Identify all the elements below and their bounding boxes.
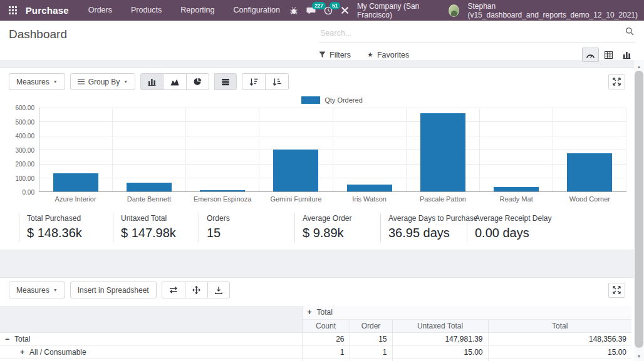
chart-bar[interactable] bbox=[273, 150, 318, 192]
search-input[interactable] bbox=[320, 29, 621, 38]
row-header[interactable]: +All / Saleable / Office Furniture bbox=[0, 358, 302, 361]
flip-axis-button[interactable] bbox=[162, 282, 185, 298]
chart-bar[interactable] bbox=[567, 153, 612, 191]
top-navbar: Purchase Orders Products Reporting Confi… bbox=[0, 0, 644, 21]
menu-configuration[interactable]: Configuration bbox=[224, 0, 289, 21]
chart-bar[interactable] bbox=[494, 187, 539, 191]
graph-card: Measures ▼ Group By ▼ bbox=[0, 68, 634, 250]
cell-untaxed-total[interactable]: 147,576.52 bbox=[392, 358, 488, 361]
user-avatar[interactable] bbox=[449, 4, 459, 17]
search-icon[interactable] bbox=[625, 27, 634, 36]
menu-orders[interactable]: Orders bbox=[79, 0, 122, 21]
kpi-label: Untaxed Total bbox=[121, 214, 195, 223]
graph-expand-button[interactable] bbox=[608, 74, 625, 89]
graph-measures-button[interactable]: Measures ▼ bbox=[9, 73, 65, 90]
chart-type-pie-button[interactable] bbox=[186, 73, 209, 90]
user-menu[interactable]: Stephan (v15_dashboard_and_reports_demo_… bbox=[467, 2, 638, 19]
cell-total[interactable]: 148,356.39 bbox=[488, 332, 631, 345]
col-header-order[interactable]: Order bbox=[350, 319, 392, 332]
menu-products[interactable]: Products bbox=[122, 0, 171, 21]
chart-column bbox=[333, 108, 407, 191]
stacked-toggle-button[interactable] bbox=[214, 73, 237, 90]
chart-bar[interactable] bbox=[127, 183, 172, 191]
col-group-label: Total bbox=[317, 308, 333, 317]
cell-order[interactable]: 15 bbox=[350, 332, 392, 345]
chart-column bbox=[407, 108, 480, 191]
activities-count-badge: 51 bbox=[330, 2, 340, 10]
cell-untaxed-total[interactable]: 147,981.39 bbox=[392, 332, 488, 345]
chart-bar[interactable] bbox=[53, 173, 98, 191]
scrollbar-thumb[interactable] bbox=[635, 71, 643, 348]
scroll-up-arrow-icon[interactable]: ▲ bbox=[634, 61, 644, 71]
breadcrumb: Dashboard bbox=[9, 28, 67, 60]
cell-total[interactable]: 147,951.52 bbox=[488, 358, 631, 361]
chart-bar[interactable] bbox=[420, 113, 465, 191]
chart-bar[interactable] bbox=[347, 185, 392, 191]
plus-icon[interactable]: + bbox=[308, 308, 317, 317]
col-header-count[interactable]: Count bbox=[302, 319, 350, 332]
cell-total[interactable]: 15.00 bbox=[488, 345, 631, 358]
expand-all-button[interactable] bbox=[185, 282, 208, 298]
chart-type-line-button[interactable] bbox=[163, 73, 187, 90]
y-tick: 600.00 bbox=[15, 104, 34, 111]
col-header-total[interactable]: Total bbox=[488, 319, 631, 332]
legend-swatch bbox=[301, 96, 320, 104]
chevron-down-icon: ▼ bbox=[53, 79, 58, 84]
crossed-tools-icon bbox=[341, 6, 349, 14]
cell-untaxed-total[interactable]: 15.00 bbox=[392, 345, 488, 358]
x-axis-label: Dante Bennett bbox=[112, 195, 185, 203]
row-header[interactable]: +All / Consumable bbox=[0, 345, 302, 358]
pivot-table: +Total Count Order Untaxed Total Total −… bbox=[0, 306, 631, 361]
cell-count[interactable]: 1 bbox=[302, 345, 350, 358]
app-name[interactable]: Purchase bbox=[26, 5, 69, 16]
arrows-out-icon bbox=[613, 286, 621, 294]
chart-legend[interactable]: Qty Ordered bbox=[0, 96, 634, 104]
graph-toolbar: Measures ▼ Group By ▼ bbox=[0, 68, 634, 95]
x-axis-label: Azure Interior bbox=[39, 195, 112, 203]
filters-menu-button[interactable]: Filters bbox=[319, 51, 351, 59]
cell-count[interactable]: 24 bbox=[302, 358, 350, 361]
kpi-value: $ 147.98k bbox=[121, 226, 195, 240]
pivot-measures-button[interactable]: Measures ▼ bbox=[9, 282, 65, 298]
chart-column bbox=[553, 108, 626, 191]
cell-order[interactable]: 1 bbox=[350, 345, 392, 358]
pivot-expand-button[interactable] bbox=[608, 283, 625, 298]
messages-button[interactable]: 227 bbox=[306, 6, 316, 15]
pivot-colgroup-row: +Total bbox=[0, 306, 631, 319]
insert-in-spreadsheet-button[interactable]: Insert in Spreadsheet bbox=[70, 282, 157, 298]
chart-column bbox=[259, 108, 333, 191]
bar-chart-icon bbox=[623, 51, 631, 59]
favorites-menu-button[interactable]: ★ Favorites bbox=[367, 51, 409, 59]
chart-x-axis: Azure InteriorDante BennettEmerson Espin… bbox=[39, 195, 626, 203]
cell-count[interactable]: 26 bbox=[302, 332, 350, 345]
activities-button[interactable]: 51 bbox=[324, 6, 333, 15]
sort-descending-button[interactable] bbox=[242, 73, 266, 90]
cell-order[interactable]: 13 bbox=[350, 358, 392, 361]
pivot-col-group-total[interactable]: +Total bbox=[302, 306, 631, 319]
row-header[interactable]: −Total bbox=[0, 332, 302, 345]
x-axis-label: Emerson Espinoza bbox=[186, 195, 259, 203]
chart-bar[interactable] bbox=[200, 190, 245, 191]
sort-group bbox=[242, 73, 289, 90]
group-by-button[interactable]: Group By ▼ bbox=[70, 73, 136, 90]
chart-type-bar-button[interactable] bbox=[140, 73, 164, 90]
plus-icon[interactable]: + bbox=[20, 348, 29, 357]
x-axis-label: Iris Watson bbox=[333, 195, 406, 203]
menu-reporting[interactable]: Reporting bbox=[171, 0, 224, 21]
company-switcher[interactable]: My Company (San Francisco) bbox=[357, 2, 440, 19]
favorites-label: Favorites bbox=[377, 51, 409, 59]
sort-ascending-button[interactable] bbox=[265, 73, 289, 90]
scroll-down-arrow-icon[interactable]: ▼ bbox=[634, 351, 644, 361]
debug-button[interactable] bbox=[289, 6, 298, 15]
vertical-scrollbar[interactable]: ▲ ▼ bbox=[634, 60, 644, 361]
navbar-systray: 227 51 My Company (San Francisco) bbox=[289, 2, 638, 19]
download-xlsx-button[interactable] bbox=[207, 282, 230, 298]
apps-menu-button[interactable] bbox=[5, 0, 21, 21]
col-header-untaxed-total[interactable]: Untaxed Total bbox=[392, 319, 488, 332]
table-grid-icon bbox=[605, 51, 613, 59]
filters-label: Filters bbox=[330, 51, 351, 59]
kpi-average-days-to-purchase: Average Days to Purchase 36.95 days bbox=[380, 213, 467, 242]
stacked-toggle-group bbox=[214, 73, 237, 90]
tools-button[interactable] bbox=[341, 6, 349, 14]
minus-icon[interactable]: − bbox=[5, 335, 14, 343]
